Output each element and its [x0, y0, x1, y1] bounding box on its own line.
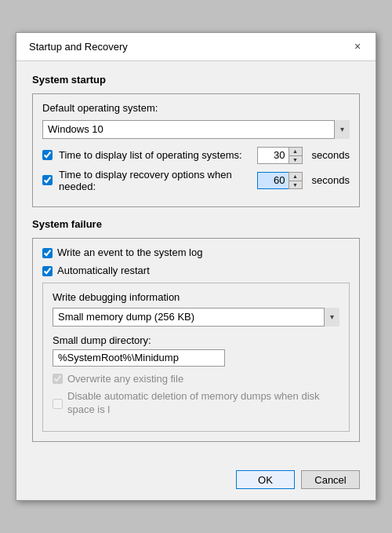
overwrite-row: Overwrite any existing file [53, 373, 339, 386]
time-display-os-label[interactable]: Time to display list of operating system… [59, 149, 251, 161]
default-os-label: Default operating system: [42, 102, 350, 114]
title-bar: Startup and Recovery × [16, 33, 376, 61]
dialog-content: System startup Default operating system:… [16, 61, 376, 462]
time-display-os-spinner-buttons: ▲ ▼ [289, 147, 303, 164]
system-failure-group: Write an event to the system log Automat… [32, 238, 360, 442]
dialog-title: Startup and Recovery [29, 41, 128, 53]
dialog-buttons: OK Cancel [16, 462, 376, 500]
ok-button[interactable]: OK [236, 470, 295, 489]
debug-select[interactable]: Small memory dump (256 KB) [53, 308, 339, 327]
cancel-button[interactable]: Cancel [301, 470, 360, 489]
default-os-select-container: Windows 10 ▾ [42, 120, 350, 139]
small-dump-input[interactable] [53, 349, 225, 367]
time-display-os-up-button[interactable]: ▲ [289, 148, 302, 155]
system-startup-group: Default operating system: Windows 10 ▾ T… [32, 93, 360, 207]
disable-auto-del-checkbox[interactable] [53, 399, 63, 409]
write-event-checkbox[interactable] [42, 248, 53, 258]
write-event-row: Write an event to the system log [42, 246, 350, 260]
auto-restart-row: Automatically restart [42, 265, 350, 278]
system-failure-section: System failure Write an event to the sys… [32, 218, 360, 442]
auto-restart-label[interactable]: Automatically restart [57, 265, 150, 278]
time-recovery-input[interactable] [257, 172, 289, 189]
close-button[interactable]: × [349, 38, 366, 55]
system-failure-title: System failure [32, 218, 360, 230]
time-recovery-down-button[interactable]: ▼ [289, 181, 302, 188]
time-recovery-unit: seconds [312, 174, 350, 186]
system-startup-title: System startup [32, 74, 360, 86]
time-display-os-unit: seconds [312, 149, 350, 161]
time-display-os-down-button[interactable]: ▼ [289, 155, 302, 163]
time-recovery-checkbox[interactable] [42, 175, 53, 185]
auto-restart-checkbox[interactable] [42, 266, 53, 276]
time-display-os-row: Time to display list of operating system… [42, 147, 350, 164]
debug-info-group: Write debugging information Small memory… [42, 283, 350, 433]
debug-select-container: Small memory dump (256 KB) ▾ [53, 308, 339, 327]
system-startup-section: System startup Default operating system:… [32, 74, 360, 207]
write-event-label[interactable]: Write an event to the system log [57, 246, 202, 260]
time-display-os-input[interactable] [257, 147, 289, 164]
time-recovery-row: Time to display recovery options when ne… [42, 169, 350, 192]
small-dump-label: Small dump directory: [53, 334, 339, 346]
disable-auto-del-label: Disable automatic deletion of memory dum… [67, 390, 339, 417]
time-recovery-up-button[interactable]: ▲ [289, 173, 302, 181]
time-recovery-spinner-buttons: ▲ ▼ [289, 172, 303, 189]
disable-auto-del-row: Disable automatic deletion of memory dum… [53, 390, 339, 417]
time-recovery-label[interactable]: Time to display recovery options when ne… [59, 169, 251, 192]
startup-recovery-dialog: Startup and Recovery × System startup De… [16, 32, 376, 501]
debug-info-label: Write debugging information [53, 291, 339, 303]
overwrite-checkbox[interactable] [53, 374, 63, 384]
time-display-os-spinner: ▲ ▼ [257, 147, 303, 164]
overwrite-label: Overwrite any existing file [67, 373, 183, 386]
time-recovery-spinner: ▲ ▼ [257, 172, 303, 189]
time-display-os-checkbox[interactable] [42, 150, 53, 160]
default-os-select[interactable]: Windows 10 [42, 120, 350, 139]
